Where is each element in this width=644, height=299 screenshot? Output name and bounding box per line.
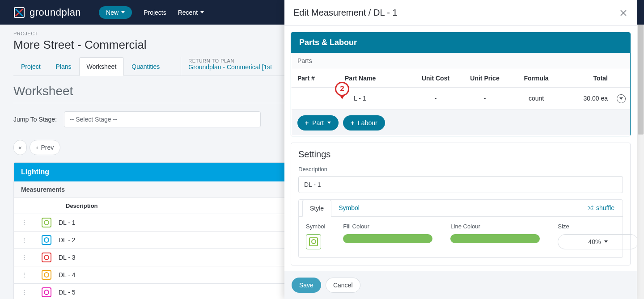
close-icon bbox=[620, 9, 627, 17]
row-total: 30.00 ea bbox=[563, 88, 612, 109]
colour-swatch-icon bbox=[42, 218, 51, 227]
col-partno: Part # bbox=[291, 69, 340, 88]
size-heading: Size bbox=[558, 223, 637, 230]
symbol-heading: Symbol bbox=[306, 223, 325, 230]
cancel-button[interactable]: Cancel bbox=[326, 278, 360, 293]
tab-project[interactable]: Project bbox=[13, 57, 48, 76]
row-unitcost: - bbox=[411, 88, 460, 109]
colour-swatch-icon bbox=[42, 287, 51, 297]
plus-icon: + bbox=[305, 119, 309, 126]
col-unitprice: Unit Price bbox=[460, 69, 509, 88]
row-unitprice: - bbox=[460, 88, 509, 109]
drag-handle-icon[interactable]: ⋮ bbox=[21, 254, 27, 261]
close-button[interactable] bbox=[619, 8, 628, 17]
nav-recent[interactable]: Recent bbox=[178, 9, 204, 16]
pager-prev-button[interactable]: ‹ Prev bbox=[30, 140, 60, 155]
col-total: Total bbox=[563, 69, 612, 88]
tab-plans[interactable]: Plans bbox=[48, 57, 79, 76]
drag-handle-icon[interactable]: ⋮ bbox=[21, 271, 27, 278]
colour-swatch-icon bbox=[42, 253, 51, 262]
edit-measurement-panel: Edit Measurement / DL - 1 Parts & Labour… bbox=[284, 0, 637, 299]
chevron-down-icon bbox=[327, 122, 331, 124]
line-colour-picker[interactable] bbox=[450, 234, 540, 243]
fill-colour-picker[interactable] bbox=[343, 234, 432, 243]
style-tab-style[interactable]: Style bbox=[302, 200, 331, 217]
row-partname: L - 1 bbox=[345, 95, 366, 102]
chevron-down-icon bbox=[604, 240, 608, 243]
size-select[interactable]: 40% bbox=[558, 234, 637, 249]
row-formula: count bbox=[509, 88, 563, 109]
parts-labour-title: Parts & Labour bbox=[291, 33, 630, 53]
stage-select[interactable]: -- Select Stage -- bbox=[64, 111, 261, 127]
brand: groundplan bbox=[13, 7, 81, 18]
shuffle-icon bbox=[587, 205, 593, 211]
colour-swatch-icon bbox=[42, 235, 51, 245]
return-label: RETURN TO PLAN bbox=[188, 58, 272, 63]
return-link[interactable]: Groundplan - Commerical [1st bbox=[188, 63, 272, 71]
chevron-double-left-icon: « bbox=[18, 144, 22, 151]
settings-title: Settings bbox=[291, 143, 630, 161]
col-partname: Part Name bbox=[340, 69, 411, 88]
brand-logo-icon bbox=[13, 7, 25, 18]
symbol-picker[interactable] bbox=[306, 234, 321, 249]
parts-labour-card: Parts & Labour Parts Part # Part Name Un… bbox=[291, 32, 631, 136]
parts-subtitle: Parts bbox=[291, 53, 630, 69]
chevron-left-icon: ‹ bbox=[36, 144, 38, 151]
drag-handle-icon[interactable]: ⋮ bbox=[21, 289, 27, 296]
shuffle-button[interactable]: shuffle bbox=[587, 204, 619, 211]
return-to-plan: RETURN TO PLAN Groundplan - Commerical [… bbox=[181, 57, 279, 76]
row-actions-button[interactable] bbox=[617, 94, 626, 103]
annotation-badge-2: 2 bbox=[335, 82, 349, 96]
page-scrollbar[interactable] bbox=[637, 0, 644, 299]
save-button[interactable]: Save bbox=[292, 278, 321, 293]
fill-colour-heading: Fill Colour bbox=[343, 223, 432, 230]
add-labour-button[interactable]: + Labour bbox=[343, 115, 385, 131]
nav-projects[interactable]: Projects bbox=[144, 9, 166, 16]
style-tab-symbol[interactable]: Symbol bbox=[331, 200, 367, 216]
jump-to-stage-label: Jump To Stage: bbox=[13, 116, 57, 123]
colour-swatch-icon bbox=[42, 270, 51, 280]
brand-text: groundplan bbox=[30, 7, 81, 18]
chevron-down-icon bbox=[121, 11, 125, 13]
tab-quantities[interactable]: Quantities bbox=[124, 57, 167, 76]
col-unitcost: Unit Cost bbox=[411, 69, 460, 88]
settings-card: Settings Description Style Symbol bbox=[291, 143, 631, 265]
description-label: Description bbox=[298, 166, 623, 173]
plus-icon: + bbox=[351, 119, 354, 126]
col-formula: Formula bbox=[509, 69, 563, 88]
new-button[interactable]: New bbox=[99, 6, 132, 19]
description-input[interactable] bbox=[298, 176, 623, 193]
drag-handle-icon[interactable]: ⋮ bbox=[21, 236, 27, 244]
line-colour-heading: Line Colour bbox=[450, 223, 540, 230]
style-card: Style Symbol shuffle bbox=[298, 199, 623, 258]
tab-worksheet[interactable]: Worksheet bbox=[79, 57, 124, 76]
add-part-button[interactable]: + Part bbox=[297, 115, 339, 131]
chevron-down-icon bbox=[200, 11, 204, 13]
chevron-down-icon bbox=[619, 97, 623, 100]
drag-handle-icon[interactable]: ⋮ bbox=[21, 219, 27, 226]
panel-title: Edit Measurement / DL - 1 bbox=[293, 8, 398, 18]
pager-first-button[interactable]: « bbox=[13, 140, 27, 155]
